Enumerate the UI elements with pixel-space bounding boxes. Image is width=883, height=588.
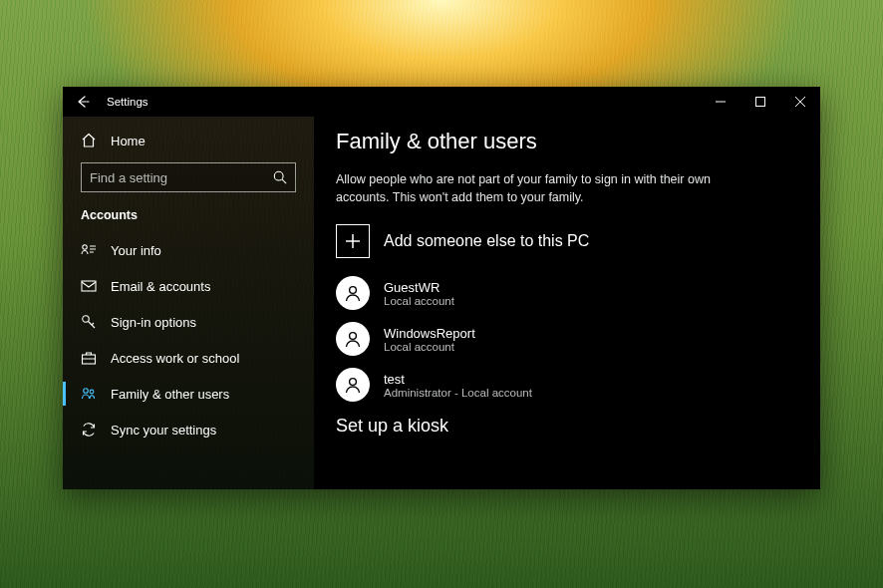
user-subtitle: Local account bbox=[384, 341, 475, 353]
arrow-left-icon bbox=[76, 95, 90, 109]
back-button[interactable] bbox=[63, 87, 103, 117]
svg-point-9 bbox=[350, 333, 357, 340]
sidebar-category-label: Accounts bbox=[63, 202, 314, 232]
user-name: GuestWR bbox=[384, 280, 454, 295]
sidebar-item-family-users[interactable]: Family & other users bbox=[63, 376, 314, 412]
user-subtitle: Local account bbox=[384, 295, 454, 307]
user-subtitle: Administrator - Local account bbox=[384, 387, 532, 399]
add-user-button[interactable]: Add someone else to this PC bbox=[336, 224, 798, 258]
sidebar-home-label: Home bbox=[111, 134, 146, 148]
sidebar: Home Accounts Your info bbox=[63, 117, 314, 489]
avatar-icon bbox=[336, 322, 370, 356]
search-box[interactable] bbox=[81, 162, 296, 192]
search-container bbox=[63, 158, 314, 202]
add-user-label: Add someone else to this PC bbox=[384, 232, 589, 250]
svg-point-1 bbox=[274, 171, 283, 180]
svg-rect-3 bbox=[82, 281, 96, 291]
sidebar-item-label: Access work or school bbox=[111, 351, 239, 366]
person-card-icon bbox=[81, 242, 97, 258]
svg-rect-0 bbox=[756, 98, 765, 107]
page-description: Allow people who are not part of your fa… bbox=[336, 170, 715, 206]
sidebar-item-label: Family & other users bbox=[111, 387, 229, 402]
user-entry[interactable]: test Administrator - Local account bbox=[336, 368, 798, 402]
user-text: GuestWR Local account bbox=[384, 280, 454, 307]
user-text: WindowsReport Local account bbox=[384, 326, 475, 353]
sidebar-item-your-info[interactable]: Your info bbox=[63, 232, 314, 268]
avatar-icon bbox=[336, 368, 370, 402]
briefcase-icon bbox=[81, 350, 97, 366]
home-icon bbox=[81, 133, 97, 148]
sidebar-item-label: Sign-in options bbox=[111, 315, 196, 330]
kiosk-heading: Set up a kiosk bbox=[336, 416, 798, 437]
window-body: Home Accounts Your info bbox=[63, 117, 820, 489]
sync-icon bbox=[81, 422, 97, 438]
sidebar-item-signin-options[interactable]: Sign-in options bbox=[63, 304, 314, 340]
svg-point-4 bbox=[83, 316, 89, 322]
svg-point-2 bbox=[83, 245, 87, 249]
titlebar: Settings bbox=[63, 87, 820, 117]
mail-icon bbox=[81, 278, 97, 294]
maximize-button[interactable] bbox=[740, 87, 780, 117]
search-icon bbox=[273, 170, 287, 184]
sidebar-item-sync-settings[interactable]: Sync your settings bbox=[63, 412, 314, 447]
sidebar-home[interactable]: Home bbox=[63, 123, 314, 158]
content-area: Family & other users Allow people who ar… bbox=[314, 117, 820, 489]
close-button[interactable] bbox=[780, 87, 820, 117]
user-text: test Administrator - Local account bbox=[384, 372, 532, 399]
settings-window: Settings Home bbox=[63, 87, 820, 489]
user-name: test bbox=[384, 372, 532, 387]
svg-point-10 bbox=[350, 379, 357, 386]
page-heading: Family & other users bbox=[336, 129, 798, 154]
sidebar-item-work-school[interactable]: Access work or school bbox=[63, 340, 314, 376]
people-icon bbox=[81, 386, 97, 402]
key-icon bbox=[81, 314, 97, 330]
user-entry[interactable]: WindowsReport Local account bbox=[336, 322, 798, 356]
avatar-icon bbox=[336, 276, 370, 310]
user-entry[interactable]: GuestWR Local account bbox=[336, 276, 798, 310]
svg-point-6 bbox=[84, 389, 89, 394]
minimize-button[interactable] bbox=[701, 87, 740, 117]
svg-point-8 bbox=[350, 287, 357, 294]
plus-icon bbox=[336, 224, 370, 258]
sidebar-item-label: Sync your settings bbox=[111, 423, 216, 438]
user-name: WindowsReport bbox=[384, 326, 475, 341]
sidebar-item-label: Email & accounts bbox=[111, 279, 210, 294]
window-title: Settings bbox=[103, 96, 148, 108]
sidebar-item-label: Your info bbox=[111, 243, 161, 258]
svg-point-7 bbox=[90, 390, 94, 394]
search-input[interactable] bbox=[90, 170, 273, 185]
window-controls bbox=[701, 87, 820, 117]
sidebar-item-email-accounts[interactable]: Email & accounts bbox=[63, 268, 314, 304]
